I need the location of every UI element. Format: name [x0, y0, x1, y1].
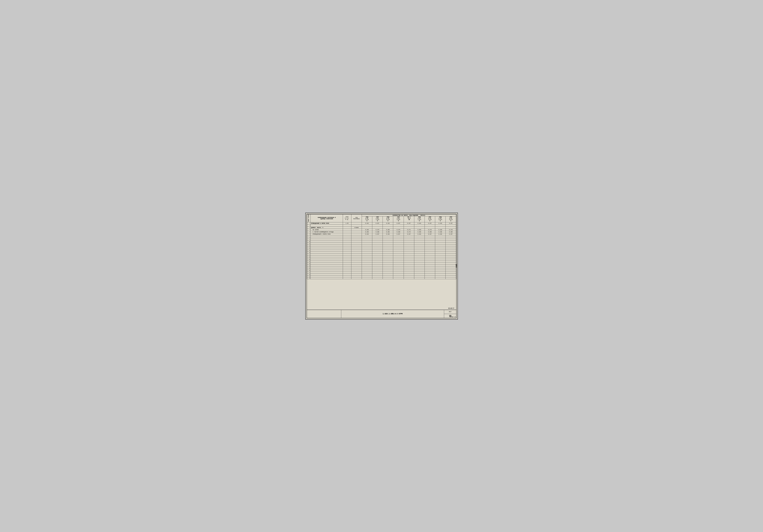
- name-header: НАИМЕНОВАНИЕ МАТЕРИАЛА И ЕДИНИЦА ИЗМЕРЕН…: [311, 214, 343, 222]
- table-row: 11: [307, 243, 456, 244]
- table-row: 5 С УЧЕТОМ КОЭФФИЦИЕНТА ОТХОДА 0.285 0.2…: [307, 231, 456, 233]
- table-row: 4 ПО СЕРИИ 0.283 0.279 0.283 0.279 0.271…: [307, 229, 456, 231]
- kod-header: КОД МАТЕРИАЛА: [351, 214, 362, 222]
- product-col-6: 1КНД4.33-1.4-ПВ: [414, 216, 425, 222]
- table-row: 7: [307, 235, 456, 237]
- product-col-7: 1КНО4.33-1.4-ПВ: [425, 216, 435, 222]
- product-col-8: 1КНД4.35-2.4-ПВ: [435, 216, 445, 222]
- table-row: 19: [307, 257, 456, 259]
- table-row: 21: [307, 261, 456, 263]
- table-row: 9: [307, 239, 456, 241]
- footer-left: [307, 310, 341, 318]
- page: 244: [305, 213, 458, 320]
- quantity-header: КОЛИЧЕСТВО НА МАРКУ, КОД ИЗДЕЛИЯ 982121: [362, 214, 456, 216]
- footer: 1.020.1-3ПВ.0-3 07РМ ЛИСТ 18: [307, 310, 456, 318]
- table-row: 3 ЦЕМЕНТ, ВСЕГО, Т: 573000: [307, 227, 456, 229]
- table-row: 13: [307, 246, 456, 248]
- table-row: 6 ПРИВЕДЕННЫЙ К МАРКЕ М490 0.342 0.337 0…: [307, 233, 456, 235]
- footer-doc-code: 1.020.1-3ПВ.0-3 07РМ: [341, 310, 444, 318]
- table-row: 12: [307, 244, 456, 246]
- table-row: 29: [307, 275, 456, 277]
- main-table: НОМЕР СТРОКИ НАИМЕНОВАНИЕ МАТЕРИАЛА И ЕД…: [307, 214, 456, 279]
- table-row: 1 ПРИВЕДЕННЫЙ К МАРКЕ М400 1.20 0.342 0.…: [307, 222, 456, 224]
- table-row: 2: [307, 224, 456, 227]
- row-number-header: НОМЕР СТРОКИ: [307, 214, 311, 222]
- table-row: 16: [307, 252, 456, 254]
- product-col-4: 1КНО4.33-2.3-ПВ: [393, 216, 404, 222]
- product-col-3: 1КНД4.33-2.3-ПВ: [383, 216, 393, 222]
- table-row: 20: [307, 259, 456, 261]
- table-row: 28: [307, 273, 456, 275]
- koza-header: КОЗА N ств. N сф.: [343, 214, 351, 222]
- right-side-label: 244: [455, 265, 457, 267]
- table-row: 24: [307, 266, 456, 268]
- table-row: 23: [307, 265, 456, 266]
- stamp-number: 9146/2: [448, 307, 454, 309]
- footer-list-label: ЛИСТ: [444, 310, 456, 314]
- product-col-5: 1КН 4.33-3-ПВ: [404, 216, 414, 222]
- table-row: 22: [307, 263, 456, 265]
- table-row: 17: [307, 254, 456, 255]
- product-col-9: 1КНО4.33-2.4-ПВ: [446, 216, 456, 222]
- table-row: 25: [307, 268, 456, 270]
- format-label: ФОРМАТ А4: [450, 316, 456, 318]
- table-row: 26: [307, 270, 456, 271]
- table-row: 30: [307, 277, 456, 279]
- table-row: 14: [307, 248, 456, 250]
- table-row: 15: [307, 250, 456, 252]
- product-col-1: 1КНД4.33-1.3-ПВ: [362, 216, 372, 222]
- table-row: 8: [307, 237, 456, 239]
- table-row: 18: [307, 255, 456, 257]
- table-row: 10: [307, 241, 456, 243]
- table-row: 27: [307, 271, 456, 273]
- product-col-2: 1КНО4.33-1.3-ПВ: [372, 216, 383, 222]
